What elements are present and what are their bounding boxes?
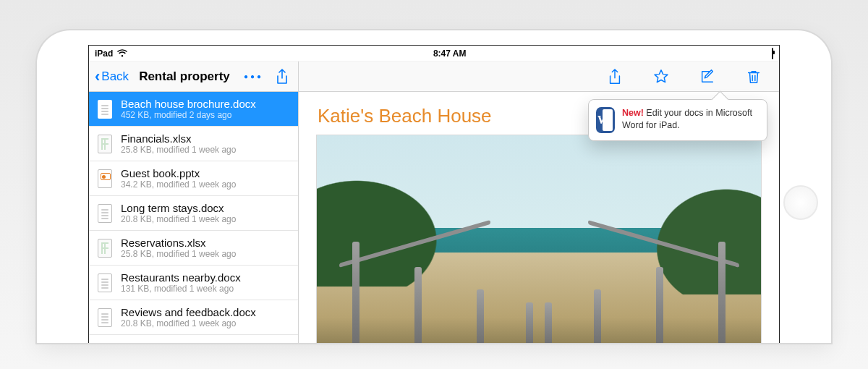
file-name: Financials.xlsx bbox=[121, 132, 236, 145]
file-name: Reviews and feedback.docx bbox=[121, 306, 256, 318]
more-icon: ●●● bbox=[244, 72, 263, 80]
detail-pane: Katie's Beach House bbox=[299, 62, 779, 343]
docx-file-icon bbox=[98, 100, 112, 119]
clock: 8:47 AM bbox=[433, 48, 467, 59]
device-bezel: iPad 8:47 AM ‹ Back bbox=[37, 30, 831, 343]
file-row[interactable]: Guest book.pptx34.2 KB, modified 1 week … bbox=[89, 161, 298, 196]
file-meta: 25.8 KB, modified 1 week ago bbox=[121, 145, 236, 155]
home-button[interactable] bbox=[783, 185, 818, 220]
file-row[interactable]: Beach house brochure.docx452 KB, modifie… bbox=[89, 92, 298, 127]
file-meta: 34.2 KB, modified 1 week ago bbox=[121, 179, 236, 190]
file-name: Beach house brochure.docx bbox=[121, 98, 256, 110]
carrier-label: iPad bbox=[95, 48, 113, 59]
wifi-icon bbox=[117, 49, 127, 57]
word-badge-letter: W bbox=[597, 114, 609, 127]
edit-in-word-popover[interactable]: W New! Edit your docs in Microsoft Word … bbox=[588, 99, 767, 141]
file-row[interactable]: Long term stays.docx20.8 KB, modified 1 … bbox=[89, 196, 298, 231]
file-name: Reservations.xlsx bbox=[121, 237, 236, 249]
screen: iPad 8:47 AM ‹ Back bbox=[88, 45, 780, 343]
chevron-left-icon: ‹ bbox=[95, 69, 100, 85]
popover-text: New! Edit your docs in Microsoft Word fo… bbox=[622, 107, 760, 132]
pptx-file-icon bbox=[98, 343, 112, 344]
status-bar: iPad 8:47 AM bbox=[89, 46, 779, 62]
back-button[interactable]: ‹ Back bbox=[93, 67, 130, 86]
edit-icon bbox=[699, 69, 715, 85]
file-name: Restaurants nearby.docx bbox=[121, 271, 241, 284]
sidebar-header: ‹ Back Rental property ●●● bbox=[89, 62, 298, 92]
file-list: Beach house brochure.docx452 KB, modifie… bbox=[89, 92, 298, 343]
file-row[interactable]: Services and amenities.pptx34.2 KB, modi… bbox=[89, 335, 298, 343]
file-name: Guest book.pptx bbox=[121, 167, 236, 179]
trash-icon bbox=[746, 69, 762, 85]
star-icon bbox=[653, 69, 669, 85]
folder-title: Rental property bbox=[139, 69, 230, 84]
file-row[interactable]: Reservations.xlsx25.8 KB, modified 1 wee… bbox=[89, 231, 298, 266]
file-meta: 25.8 KB, modified 1 week ago bbox=[121, 249, 236, 259]
xlsx-file-icon bbox=[98, 135, 112, 153]
share-button-sidebar[interactable] bbox=[271, 66, 294, 88]
file-row[interactable]: Reviews and feedback.docx20.8 KB, modifi… bbox=[89, 300, 298, 335]
edit-button[interactable] bbox=[695, 66, 720, 88]
file-meta: 452 KB, modified 2 days ago bbox=[121, 110, 256, 120]
docx-file-icon bbox=[98, 308, 112, 327]
document-preview-image bbox=[316, 135, 762, 343]
docx-file-icon bbox=[98, 273, 112, 292]
file-meta: 20.8 KB, modified 1 week ago bbox=[121, 214, 236, 224]
favorite-button[interactable] bbox=[649, 66, 673, 88]
file-row[interactable]: Financials.xlsx25.8 KB, modified 1 week … bbox=[89, 127, 298, 161]
share-icon bbox=[275, 69, 289, 85]
battery-icon bbox=[772, 48, 773, 59]
xlsx-file-icon bbox=[98, 239, 112, 258]
docx-file-icon bbox=[98, 204, 112, 223]
device-frame: iPad 8:47 AM ‹ Back bbox=[0, 0, 868, 369]
more-button[interactable]: ●●● bbox=[239, 69, 268, 83]
pptx-file-icon bbox=[98, 169, 112, 188]
file-name: Long term stays.docx bbox=[121, 202, 236, 214]
status-right bbox=[772, 48, 773, 59]
word-app-icon: W bbox=[596, 107, 615, 133]
share-button[interactable] bbox=[603, 66, 627, 88]
status-left: iPad bbox=[95, 48, 127, 59]
detail-header bbox=[299, 62, 779, 92]
file-name: Services and amenities.pptx bbox=[121, 341, 257, 343]
share-icon bbox=[607, 69, 623, 85]
popover-new-label: New! bbox=[622, 108, 644, 118]
file-row[interactable]: Restaurants nearby.docx131 KB, modified … bbox=[89, 266, 298, 300]
back-label: Back bbox=[101, 69, 129, 84]
app-body: ‹ Back Rental property ●●● Beach house b… bbox=[89, 62, 779, 343]
delete-button[interactable] bbox=[741, 66, 766, 88]
file-meta: 131 KB, modified 1 week ago bbox=[121, 284, 241, 294]
file-meta: 20.8 KB, modified 1 week ago bbox=[121, 318, 256, 328]
sidebar: ‹ Back Rental property ●●● Beach house b… bbox=[89, 62, 299, 343]
